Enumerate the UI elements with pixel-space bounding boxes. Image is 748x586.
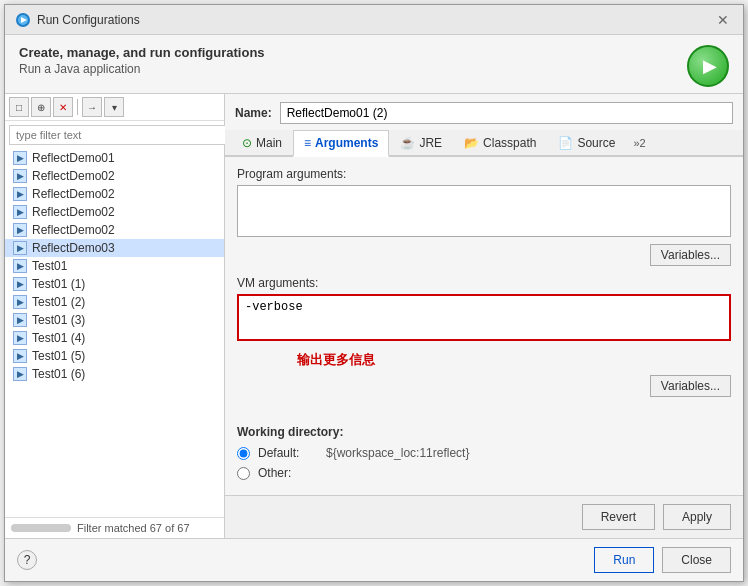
header-section: Create, manage, and run configurations R… bbox=[5, 35, 743, 93]
tab-classpath-label: Classpath bbox=[483, 136, 536, 150]
config-item-icon: ▶ bbox=[13, 241, 27, 255]
list-item[interactable]: ▶ ReflectDemo03 bbox=[5, 239, 224, 257]
config-item-icon: ▶ bbox=[13, 151, 27, 165]
config-item-label: ReflectDemo01 bbox=[32, 151, 115, 165]
tab-source[interactable]: 📄 Source bbox=[547, 130, 626, 155]
tab-source-label: Source bbox=[577, 136, 615, 150]
config-item-icon: ▶ bbox=[13, 259, 27, 273]
sidebar-toolbar: □ ⊕ ✕ → ▾ bbox=[5, 94, 224, 121]
apply-button[interactable]: Apply bbox=[663, 504, 731, 530]
filter-matched-text: Filter matched 67 of 67 bbox=[77, 522, 190, 534]
other-radio-label: Other: bbox=[258, 466, 318, 480]
sidebar: □ ⊕ ✕ → ▾ ▶ ReflectDemo01 ▶ ReflectDemo0… bbox=[5, 94, 225, 538]
tabs-bar: ⊙ Main ≡ Arguments ☕ JRE 📂 Classpath 📄 bbox=[225, 130, 743, 157]
list-item[interactable]: ▶ Test01 (6) bbox=[5, 365, 224, 383]
close-title-button[interactable]: ✕ bbox=[713, 12, 733, 28]
copy-config-button[interactable]: ⊕ bbox=[31, 97, 51, 117]
vm-args-wrapper: -verbose bbox=[237, 294, 731, 341]
config-item-label: Test01 (5) bbox=[32, 349, 85, 363]
default-dir-value: ${workspace_loc:11reflect} bbox=[326, 446, 469, 460]
tab-arguments-label: Arguments bbox=[315, 136, 378, 150]
config-item-label: ReflectDemo02 bbox=[32, 187, 115, 201]
config-item-label: ReflectDemo03 bbox=[32, 241, 115, 255]
config-item-icon: ▶ bbox=[13, 313, 27, 327]
tab-jre[interactable]: ☕ JRE bbox=[389, 130, 453, 155]
tab-more-label: »2 bbox=[633, 137, 645, 149]
help-button[interactable]: ? bbox=[17, 550, 37, 570]
list-item[interactable]: ▶ Test01 bbox=[5, 257, 224, 275]
tab-arguments-icon: ≡ bbox=[304, 136, 311, 150]
main-panel: Name: ⊙ Main ≡ Arguments ☕ JRE 📂 bbox=[225, 94, 743, 538]
config-list: ▶ ReflectDemo01 ▶ ReflectDemo02 ▶ Reflec… bbox=[5, 149, 224, 517]
config-item-icon: ▶ bbox=[13, 331, 27, 345]
vm-args-annotation: 输出更多信息 bbox=[297, 351, 375, 369]
vm-args-variables-button[interactable]: Variables... bbox=[650, 375, 731, 397]
vm-arguments-container: -verbose 输出更多信息 bbox=[237, 294, 731, 341]
config-item-icon: ▶ bbox=[13, 295, 27, 309]
list-item[interactable]: ▶ ReflectDemo02 bbox=[5, 185, 224, 203]
run-button[interactable]: Run bbox=[594, 547, 654, 573]
config-item-label: ReflectDemo02 bbox=[32, 169, 115, 183]
tab-more[interactable]: »2 bbox=[626, 131, 652, 154]
tab-main-icon: ⊙ bbox=[242, 136, 252, 150]
config-item-label: Test01 bbox=[32, 259, 67, 273]
new-config-button[interactable]: □ bbox=[9, 97, 29, 117]
config-item-icon: ▶ bbox=[13, 187, 27, 201]
run-configurations-dialog: Run Configurations ✕ Create, manage, and… bbox=[4, 4, 744, 582]
list-item[interactable]: ▶ Test01 (1) bbox=[5, 275, 224, 293]
action-row: Revert Apply bbox=[225, 495, 743, 538]
other-radio-row: Other: bbox=[237, 463, 731, 483]
name-row: Name: bbox=[225, 94, 743, 130]
other-radio[interactable] bbox=[237, 467, 250, 480]
name-input[interactable] bbox=[280, 102, 733, 124]
config-item-icon: ▶ bbox=[13, 205, 27, 219]
tab-main-label: Main bbox=[256, 136, 282, 150]
export-config-button[interactable]: → bbox=[82, 97, 102, 117]
program-arguments-wrapper bbox=[237, 185, 731, 240]
list-item[interactable]: ▶ Test01 (2) bbox=[5, 293, 224, 311]
tab-main[interactable]: ⊙ Main bbox=[231, 130, 293, 155]
delete-config-button[interactable]: ✕ bbox=[53, 97, 73, 117]
working-directory-label: Working directory: bbox=[237, 425, 731, 439]
close-dialog-button[interactable]: Close bbox=[662, 547, 731, 573]
title-bar: Run Configurations ✕ bbox=[5, 5, 743, 35]
scroll-indicator bbox=[11, 524, 71, 532]
tab-source-icon: 📄 bbox=[558, 136, 573, 150]
footer-buttons: Run Close bbox=[594, 547, 731, 573]
tab-jre-icon: ☕ bbox=[400, 136, 415, 150]
list-item[interactable]: ▶ ReflectDemo02 bbox=[5, 167, 224, 185]
revert-button[interactable]: Revert bbox=[582, 504, 655, 530]
vm-arguments-label: VM arguments: bbox=[237, 276, 731, 290]
dialog-title: Run Configurations bbox=[37, 13, 140, 27]
dialog-footer: ? Run Close bbox=[5, 538, 743, 581]
program-args-variables-button[interactable]: Variables... bbox=[650, 244, 731, 266]
config-item-label: ReflectDemo02 bbox=[32, 205, 115, 219]
title-bar-left: Run Configurations bbox=[15, 12, 140, 28]
config-item-icon: ▶ bbox=[13, 169, 27, 183]
config-item-label: Test01 (1) bbox=[32, 277, 85, 291]
header-text: Create, manage, and run configurations R… bbox=[19, 45, 265, 76]
config-item-icon: ▶ bbox=[13, 349, 27, 363]
config-item-icon: ▶ bbox=[13, 223, 27, 237]
list-item[interactable]: ▶ ReflectDemo02 bbox=[5, 221, 224, 239]
tab-classpath[interactable]: 📂 Classpath bbox=[453, 130, 547, 155]
config-item-label: Test01 (6) bbox=[32, 367, 85, 381]
dropdown-button[interactable]: ▾ bbox=[104, 97, 124, 117]
program-arguments-input[interactable] bbox=[237, 185, 731, 237]
vm-arguments-input[interactable]: -verbose bbox=[239, 296, 729, 336]
tab-arguments[interactable]: ≡ Arguments bbox=[293, 130, 389, 157]
program-arguments-group: Program arguments: Variables... bbox=[237, 167, 731, 266]
list-item[interactable]: ▶ Test01 (3) bbox=[5, 311, 224, 329]
default-radio-label: Default: bbox=[258, 446, 318, 460]
content-area: □ ⊕ ✕ → ▾ ▶ ReflectDemo01 ▶ ReflectDemo0… bbox=[5, 93, 743, 538]
list-item[interactable]: ▶ Test01 (5) bbox=[5, 347, 224, 365]
filter-input[interactable] bbox=[9, 125, 228, 145]
list-item[interactable]: ▶ Test01 (4) bbox=[5, 329, 224, 347]
list-item[interactable]: ▶ ReflectDemo02 bbox=[5, 203, 224, 221]
default-radio-row: Default: ${workspace_loc:11reflect} bbox=[237, 443, 731, 463]
config-item-icon: ▶ bbox=[13, 367, 27, 381]
program-arguments-label: Program arguments: bbox=[237, 167, 731, 181]
default-radio[interactable] bbox=[237, 447, 250, 460]
config-item-label: Test01 (3) bbox=[32, 313, 85, 327]
list-item[interactable]: ▶ ReflectDemo01 bbox=[5, 149, 224, 167]
